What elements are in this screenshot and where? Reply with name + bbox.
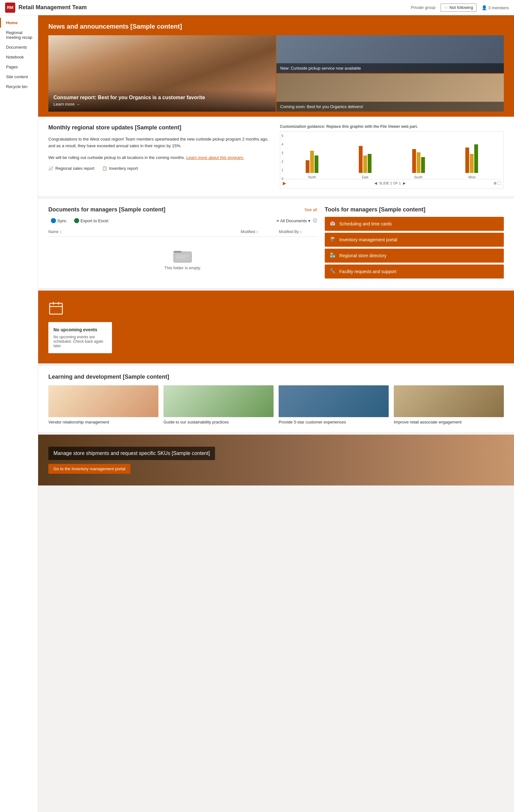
learning-title-sustain: Guide to our sustainability practices (164, 420, 274, 425)
cta-text-box: Manage store shipments and request speci… (48, 447, 215, 460)
bar-east-green (368, 154, 372, 173)
bar-east-orange (359, 146, 363, 173)
learning-grid: Vendor relationship management Guide to … (48, 385, 504, 425)
bar-west-green (474, 144, 478, 173)
bar-north-green (315, 155, 318, 173)
sort-icon: ↕ (59, 230, 61, 234)
cta-content: Manage store shipments and request speci… (38, 439, 225, 481)
col-modified[interactable]: Modified ↕ (241, 230, 279, 234)
col-name[interactable]: Name ↕ (48, 230, 241, 234)
person-icon: 👤 (482, 5, 487, 10)
news-item-curbside[interactable]: New: Curbside pickup service now availab… (277, 35, 504, 73)
learning-card-retail[interactable]: Improve retail associate engagement (394, 385, 504, 425)
tool-facility[interactable]: 🔧 Facility requests and support (325, 264, 504, 279)
learning-title-vendor: Vendor relationship management (48, 420, 159, 425)
all-documents-filter[interactable]: ≡ All Documents ▾ ⓘ (277, 218, 317, 224)
site-header: RM Retail Management Team Private group … (0, 0, 514, 15)
filter-icon: ≡ (277, 219, 279, 223)
sync-button[interactable]: Sync (48, 217, 69, 225)
bar-west-orange (465, 147, 469, 173)
sidebar-item-home[interactable]: Home (0, 18, 38, 28)
export-icon (74, 218, 79, 223)
tool-directory[interactable]: 🏪 Regional store directory (325, 249, 504, 263)
site-title: Retail Management Team (19, 4, 411, 11)
learning-img-customer (279, 385, 389, 417)
learning-card-vendor[interactable]: Vendor relationship management (48, 385, 159, 425)
empty-folder-label: This folder is empty. (165, 265, 201, 270)
chart-brand-icon: ▶ (283, 181, 286, 186)
calendar-icon: 📅 (330, 221, 336, 227)
learn-more-program-link[interactable]: Learn more about this program. (186, 155, 244, 160)
docs-tools-grid: Documents for managers [Sample content] … (48, 206, 504, 281)
col-modified-by[interactable]: Modified By ↕ (279, 230, 317, 234)
bar-west-yellow (470, 154, 474, 173)
learning-img-sustain (164, 385, 274, 417)
sidebar-item-site-content[interactable]: Site content (0, 72, 38, 82)
customization-note: Customization guidance: Replace this gra… (280, 124, 504, 129)
svg-rect-0 (174, 252, 192, 262)
export-button[interactable]: Export to Excel (72, 217, 111, 225)
not-following-button[interactable]: ☆ Not following (440, 3, 477, 12)
main-content: News and announcements [Sample content] … (38, 15, 514, 812)
site-logo: RM (5, 3, 15, 13)
building-icon: 🏪 (330, 253, 336, 259)
chart-prev[interactable]: ◀ (374, 181, 377, 185)
sidebar-item-recycle-bin[interactable]: Recycle bin (0, 82, 38, 92)
chart-x-labels: NorthEastSouthWest (283, 175, 501, 179)
docs-column-headers: Name ↕ Modified ↕ Modified By ↕ (48, 227, 317, 237)
learning-card-sustain[interactable]: Guide to our sustainability practices (164, 385, 274, 425)
tool-inventory[interactable]: 📦 Inventory management portal (325, 233, 504, 247)
members-link[interactable]: 👤 3 members (482, 5, 509, 10)
monthly-updates-section: Monthly regional store updates [Sample c… (38, 117, 514, 196)
learning-title-retail: Improve retail associate engagement (394, 420, 504, 425)
cta-text: Manage store shipments and request speci… (53, 451, 210, 456)
news-main-card[interactable]: Consumer report: Best for you Organics i… (48, 35, 276, 112)
chart-icon: 📈 (48, 166, 53, 171)
hero-title: News and announcements [Sample content] (48, 23, 504, 30)
learning-img-retail (394, 385, 504, 417)
monthly-updates-title: Monthly regional store updates [Sample c… (48, 124, 272, 131)
learning-section: Learning and development [Sample content… (38, 366, 514, 432)
inventory-report-link[interactable]: 📋 Inventery report (102, 166, 138, 171)
learn-more-link[interactable]: Learn more → (53, 102, 271, 107)
hero-banner: News and announcements [Sample content] … (38, 15, 514, 117)
learning-card-customer[interactable]: Provide 5-star customer experiences (279, 385, 389, 425)
page-layout: Home Regional meeting recap Documents No… (0, 15, 514, 812)
sidebar-item-documents[interactable]: Documents (0, 42, 38, 52)
wrench-icon: 🔧 (330, 268, 336, 275)
bar-north-yellow (310, 151, 314, 173)
sidebar-item-regional-meeting[interactable]: Regional meeting recap (0, 28, 38, 42)
bar-east-yellow (363, 155, 367, 173)
cta-button[interactable]: Go to the Inventory management portal (48, 464, 131, 474)
see-all-link[interactable]: See all (305, 207, 317, 212)
news-item-organics[interactable]: Coming soon: Best for you Organics deliv… (277, 74, 504, 112)
sidebar-item-pages[interactable]: Pages (0, 62, 38, 72)
report-links: 📈 Regional sales report 📋 Inventery repo… (48, 166, 272, 171)
news-main-overlay: Consumer report: Best for you Organics i… (48, 90, 276, 112)
news-item-1-title: New: Curbside pickup service now availab… (280, 66, 500, 70)
sidebar-item-notebook[interactable]: Notebook (0, 52, 38, 62)
sync-icon (51, 218, 56, 223)
tools-panel: Tools for managers [Sample content] 📅 Sc… (325, 206, 504, 281)
tools-title: Tools for managers [Sample content] (325, 206, 504, 213)
news-main-title: Consumer report: Best for you Organics i… (53, 95, 271, 100)
chart-next[interactable]: ▶ (403, 181, 405, 185)
chart-group-south (412, 149, 425, 173)
monthly-updates-text: Monthly regional store updates [Sample c… (48, 124, 272, 188)
sidebar: Home Regional meeting recap Documents No… (0, 15, 38, 812)
folder-icon (173, 247, 192, 263)
documents-tools-section: Documents for managers [Sample content] … (38, 199, 514, 288)
news-item-1-overlay: New: Curbside pickup service now availab… (277, 63, 504, 73)
regional-sales-link[interactable]: 📈 Regional sales report (48, 166, 94, 171)
events-section: No upcoming events No upcoming events ar… (38, 291, 514, 364)
chart-group-east (359, 146, 372, 173)
inventory-icon: 📦 (330, 236, 336, 243)
sort-icon-modified: ↕ (256, 230, 258, 234)
documents-panel: Documents for managers [Sample content] … (48, 206, 317, 281)
chart-controls: ◀ SLIDE 1 OF 1 ▶ (374, 181, 406, 185)
docs-toolbar: Sync Export to Excel ≡ All Documents ▾ ⓘ (48, 217, 317, 225)
tool-scheduling[interactable]: 📅 Scheduling and time cards (325, 217, 504, 231)
calendar-large-icon (48, 301, 504, 317)
no-events-card: No upcoming events No upcoming events ar… (48, 322, 112, 353)
monthly-updates-body1: Congratulations to the West coast region… (48, 136, 272, 149)
